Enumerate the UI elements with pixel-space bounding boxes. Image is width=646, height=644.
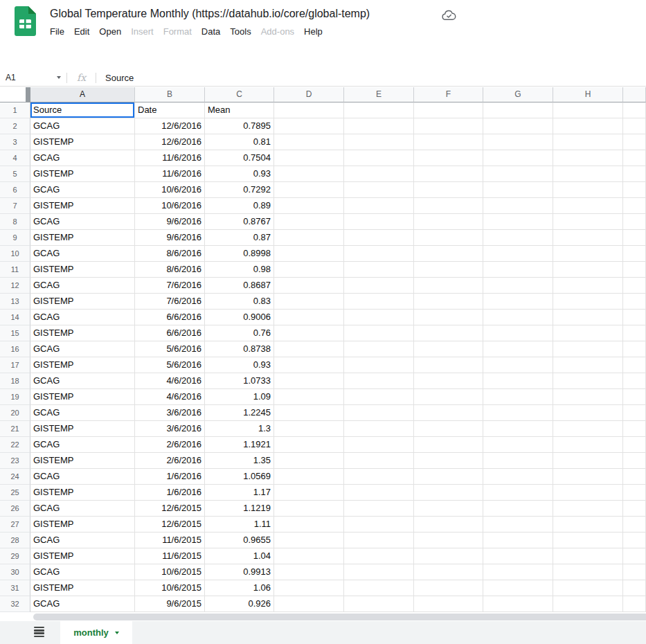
cell-partial-26[interactable] [623, 501, 646, 517]
cell-A21[interactable]: GISTEMP [30, 421, 135, 437]
cell-partial-4[interactable] [623, 150, 646, 166]
cell-G13[interactable] [483, 294, 553, 310]
cell-partial-8[interactable] [623, 214, 646, 230]
row-header-31[interactable]: 31 [0, 580, 30, 596]
cell-A16[interactable]: GCAG [30, 341, 135, 357]
column-header-partial[interactable] [623, 87, 646, 102]
cell-B5[interactable]: 11/6/2016 [135, 166, 205, 182]
cell-G14[interactable] [483, 310, 553, 325]
row-header-10[interactable]: 10 [0, 246, 30, 262]
row-header-26[interactable]: 26 [0, 501, 30, 517]
cell-A18[interactable]: GCAG [30, 373, 135, 389]
cell-E22[interactable] [344, 437, 414, 453]
cell-G32[interactable] [483, 596, 553, 612]
row-header-25[interactable]: 25 [0, 485, 30, 501]
cell-partial-9[interactable] [623, 230, 646, 246]
cell-E31[interactable] [344, 580, 414, 596]
cell-F22[interactable] [414, 437, 483, 453]
cell-A5[interactable]: GISTEMP [30, 166, 135, 182]
row-header-30[interactable]: 30 [0, 564, 30, 580]
cell-H18[interactable] [553, 373, 623, 389]
cell-D6[interactable] [274, 182, 344, 198]
row-header-19[interactable]: 19 [0, 389, 30, 405]
cell-E14[interactable] [344, 310, 414, 325]
document-title[interactable]: Global Temperature Monthly (https://data… [50, 8, 370, 20]
column-header-F[interactable]: F [414, 87, 483, 102]
row-header-2[interactable]: 2 [0, 118, 30, 134]
cell-C7[interactable]: 0.89 [205, 198, 274, 214]
cell-C18[interactable]: 1.0733 [205, 373, 274, 389]
cell-F8[interactable] [414, 214, 483, 230]
cell-B10[interactable]: 8/6/2016 [135, 246, 205, 262]
cell-E11[interactable] [344, 262, 414, 278]
cell-C6[interactable]: 0.7292 [205, 182, 274, 198]
cell-F4[interactable] [414, 150, 483, 166]
cell-partial-15[interactable] [623, 325, 646, 341]
cell-partial-24[interactable] [623, 469, 646, 485]
cell-A31[interactable]: GISTEMP [30, 580, 135, 596]
select-all-corner[interactable] [0, 87, 30, 102]
cell-H30[interactable] [553, 564, 623, 580]
cell-G27[interactable] [483, 517, 553, 533]
cell-B6[interactable]: 10/6/2016 [135, 182, 205, 198]
cell-partial-3[interactable] [623, 134, 646, 150]
cell-E9[interactable] [344, 230, 414, 246]
row-header-6[interactable]: 6 [0, 182, 30, 198]
cell-A26[interactable]: GCAG [30, 501, 135, 517]
row-header-20[interactable]: 20 [0, 405, 30, 421]
cell-A8[interactable]: GCAG [30, 214, 135, 230]
cell-G5[interactable] [483, 166, 553, 182]
cell-F14[interactable] [414, 310, 483, 325]
cell-D11[interactable] [274, 262, 344, 278]
cell-G29[interactable] [483, 548, 553, 564]
cell-G16[interactable] [483, 341, 553, 357]
cell-E21[interactable] [344, 421, 414, 437]
menu-help[interactable]: Help [299, 25, 328, 38]
cell-G30[interactable] [483, 564, 553, 580]
all-sheets-icon[interactable] [34, 627, 44, 637]
cell-F16[interactable] [414, 341, 483, 357]
cell-D18[interactable] [274, 373, 344, 389]
cell-E18[interactable] [344, 373, 414, 389]
cell-E27[interactable] [344, 517, 414, 533]
cell-E32[interactable] [344, 596, 414, 612]
cell-C31[interactable]: 1.06 [205, 580, 274, 596]
row-header-17[interactable]: 17 [0, 357, 30, 373]
cell-B25[interactable]: 1/6/2016 [135, 485, 205, 501]
cell-D10[interactable] [274, 246, 344, 262]
cell-B18[interactable]: 4/6/2016 [135, 373, 205, 389]
cell-C30[interactable]: 0.9913 [205, 564, 274, 580]
cell-G2[interactable] [483, 118, 553, 134]
cell-C17[interactable]: 0.93 [205, 357, 274, 373]
cell-D32[interactable] [274, 596, 344, 612]
cell-E28[interactable] [344, 533, 414, 548]
cell-G15[interactable] [483, 325, 553, 341]
cell-F24[interactable] [414, 469, 483, 485]
cell-E15[interactable] [344, 325, 414, 341]
row-header-7[interactable]: 7 [0, 198, 30, 214]
menu-tools[interactable]: Tools [225, 25, 255, 38]
menu-open[interactable]: Open [94, 25, 126, 38]
cell-A27[interactable]: GISTEMP [30, 517, 135, 533]
cell-partial-29[interactable] [623, 548, 646, 564]
cell-A9[interactable]: GISTEMP [30, 230, 135, 246]
cell-G3[interactable] [483, 134, 553, 150]
cell-D12[interactable] [274, 278, 344, 294]
cell-H15[interactable] [553, 325, 623, 341]
cell-B7[interactable]: 10/6/2016 [135, 198, 205, 214]
cell-C3[interactable]: 0.81 [205, 134, 274, 150]
cell-D30[interactable] [274, 564, 344, 580]
cell-E6[interactable] [344, 182, 414, 198]
row-header-13[interactable]: 13 [0, 294, 30, 310]
cell-G6[interactable] [483, 182, 553, 198]
cell-F18[interactable] [414, 373, 483, 389]
cell-A4[interactable]: GCAG [30, 150, 135, 166]
cell-D25[interactable] [274, 485, 344, 501]
cell-partial-12[interactable] [623, 278, 646, 294]
cell-B23[interactable]: 2/6/2016 [135, 453, 205, 469]
cell-C21[interactable]: 1.3 [205, 421, 274, 437]
sheet-tab-monthly[interactable]: monthly [60, 621, 132, 644]
cell-partial-28[interactable] [623, 533, 646, 548]
cell-D15[interactable] [274, 325, 344, 341]
cell-G21[interactable] [483, 421, 553, 437]
